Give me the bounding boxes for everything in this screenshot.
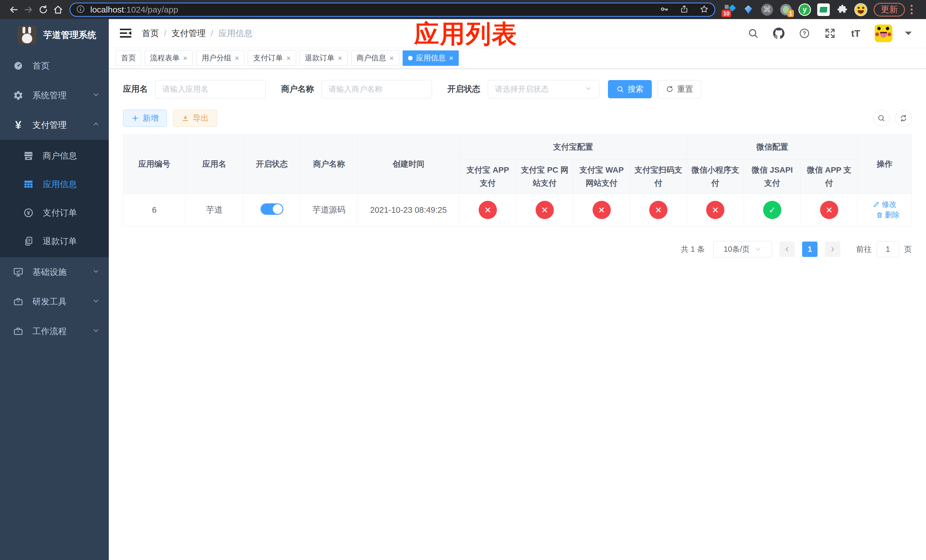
close-icon[interactable]: × xyxy=(449,54,453,62)
search-button[interactable]: 搜索 xyxy=(608,80,652,98)
user-avatar[interactable] xyxy=(875,24,893,42)
app-title: 芋道管理系统 xyxy=(43,29,96,41)
config-status-icon: ✓ xyxy=(763,201,781,219)
merchant-name-input[interactable] xyxy=(321,80,432,98)
sidebar-item-system[interactable]: 系统管理 xyxy=(0,80,109,110)
site-info-icon[interactable] xyxy=(76,5,85,15)
next-page-button[interactable] xyxy=(825,242,840,257)
col-actions: 操作 xyxy=(858,135,912,194)
password-key-icon[interactable] xyxy=(660,5,669,15)
cell-wechat-mini: ✕ xyxy=(687,194,744,226)
github-icon[interactable] xyxy=(772,27,785,40)
col-group-alipay: 支付宝配置 xyxy=(459,135,687,159)
breadcrumb-separator: / xyxy=(211,29,213,38)
col-group-wechat: 微信配置 xyxy=(687,135,857,159)
page-size-select[interactable]: 10条/页 xyxy=(713,241,772,257)
chevron-down-icon xyxy=(584,84,592,94)
tab-home[interactable]: 首页 xyxy=(116,50,141,66)
col-app-name: 应用名 xyxy=(185,135,243,194)
browser-back-button[interactable] xyxy=(6,2,21,17)
sidebar-collapse-icon[interactable] xyxy=(119,28,132,39)
delete-link[interactable]: 删除 xyxy=(876,210,900,220)
tab-refund-orders[interactable]: 退款订单× xyxy=(300,50,348,66)
close-icon[interactable]: × xyxy=(338,54,342,62)
extension-chat-icon[interactable] xyxy=(817,3,830,17)
refresh-button[interactable] xyxy=(895,110,912,127)
page-number-1[interactable]: 1 xyxy=(802,242,817,257)
toggle-search-button[interactable] xyxy=(873,110,890,127)
chevron-down-icon xyxy=(92,297,100,307)
monitor-check-icon xyxy=(12,266,24,277)
tab-user-group[interactable]: 用户分组× xyxy=(196,50,244,66)
active-dot xyxy=(408,56,413,61)
briefcase-icon xyxy=(12,326,24,337)
col-wechat-jsapi: 微信 JSAPI 支付 xyxy=(744,159,801,194)
sidebar-item-payment-orders[interactable]: ¥ 支付订单 xyxy=(0,198,109,227)
close-icon[interactable]: × xyxy=(235,54,239,62)
help-icon[interactable]: ? xyxy=(798,27,811,40)
config-status-icon: ✕ xyxy=(649,201,667,219)
extension-badge: 10 xyxy=(722,10,731,17)
close-icon[interactable]: × xyxy=(390,54,394,62)
app-name-input[interactable] xyxy=(155,80,266,98)
col-alipay-pc: 支付宝 PC 网站支付 xyxy=(516,159,573,194)
sidebar-item-workflow[interactable]: 工作流程 xyxy=(0,316,109,346)
export-button[interactable]: 导出 xyxy=(173,110,217,127)
cell-status xyxy=(243,194,300,226)
close-icon[interactable]: × xyxy=(183,54,188,62)
extension-kite-icon[interactable] xyxy=(741,3,755,17)
edit-link[interactable]: 修改 xyxy=(873,200,897,209)
search-icon[interactable] xyxy=(747,27,760,40)
bookmark-star-icon[interactable] xyxy=(700,5,709,15)
font-size-icon[interactable]: tT xyxy=(849,27,862,40)
address-bar[interactable]: localhost:1024/pay/app xyxy=(70,3,715,17)
tab-process-form[interactable]: 流程表单× xyxy=(145,50,193,66)
sidebar-item-infrastructure[interactable]: 基础设施 xyxy=(0,257,109,287)
sidebar-item-payment[interactable]: ¥ 支付管理 xyxy=(0,110,109,140)
avatar-caret-icon[interactable] xyxy=(905,32,912,38)
extension-recorder-icon[interactable]: 1 xyxy=(779,3,793,17)
config-status-icon: ✕ xyxy=(536,201,554,219)
browser-update-button[interactable]: 更新 xyxy=(874,3,905,17)
cell-merchant: 芋道源码 xyxy=(300,194,358,226)
browser-reload-button[interactable] xyxy=(36,2,51,17)
fullscreen-icon[interactable] xyxy=(823,27,837,40)
extensions-puzzle-icon[interactable] xyxy=(835,3,849,17)
tab-app-info[interactable]: 应用信息× xyxy=(402,50,459,66)
extension-y-icon[interactable]: y xyxy=(798,3,811,17)
col-app-id: 应用编号 xyxy=(123,135,186,194)
prev-page-button[interactable] xyxy=(779,242,795,257)
col-merchant: 商户名称 xyxy=(300,135,358,194)
breadcrumb-payment[interactable]: 支付管理 xyxy=(171,28,206,39)
goto-label: 前往 xyxy=(856,244,872,254)
svg-text:¥: ¥ xyxy=(27,210,30,216)
browser-profile-avatar[interactable] xyxy=(854,3,867,16)
app-logo[interactable]: 芋道管理系统 xyxy=(0,19,109,51)
reset-button[interactable]: 重置 xyxy=(658,80,701,98)
browser-forward-button[interactable] xyxy=(21,2,36,17)
extension-blocks-icon[interactable]: 10 xyxy=(723,3,736,17)
goto-page-input[interactable] xyxy=(877,241,899,257)
tab-payment-orders[interactable]: 支付订单× xyxy=(248,50,296,66)
status-select[interactable]: 请选择开启状态 xyxy=(488,80,599,98)
status-toggle[interactable] xyxy=(260,203,283,215)
browser-menu-icon[interactable] xyxy=(909,5,914,14)
chevron-down-icon xyxy=(92,90,100,101)
extension-command-icon[interactable]: ⌘ xyxy=(760,3,774,17)
tab-merchant-info[interactable]: 商户信息× xyxy=(351,50,399,66)
browser-home-button[interactable] xyxy=(51,2,65,17)
add-button[interactable]: 新增 xyxy=(123,110,167,127)
sidebar-item-home[interactable]: 首页 xyxy=(0,51,109,80)
sidebar-item-app-info[interactable]: 应用信息 xyxy=(0,170,109,198)
document-copy-icon xyxy=(22,236,35,247)
sidebar-item-merchant-info[interactable]: 商户信息 xyxy=(0,142,109,170)
sidebar-item-refund-orders[interactable]: 退款订单 xyxy=(0,227,109,256)
share-icon[interactable] xyxy=(680,5,689,15)
yen-circle-icon: ¥ xyxy=(22,207,35,218)
table-group-header-row: 应用编号 应用名 开启状态 商户名称 创建时间 支付宝配置 微信配置 操作 xyxy=(123,135,912,159)
col-alipay-app: 支付宝 APP 支付 xyxy=(459,159,516,194)
sidebar-item-dev-tools[interactable]: 研发工具 xyxy=(0,287,109,316)
pagination-total: 共 1 条 xyxy=(681,244,705,254)
breadcrumb-home[interactable]: 首页 xyxy=(142,28,159,39)
close-icon[interactable]: × xyxy=(286,54,291,62)
